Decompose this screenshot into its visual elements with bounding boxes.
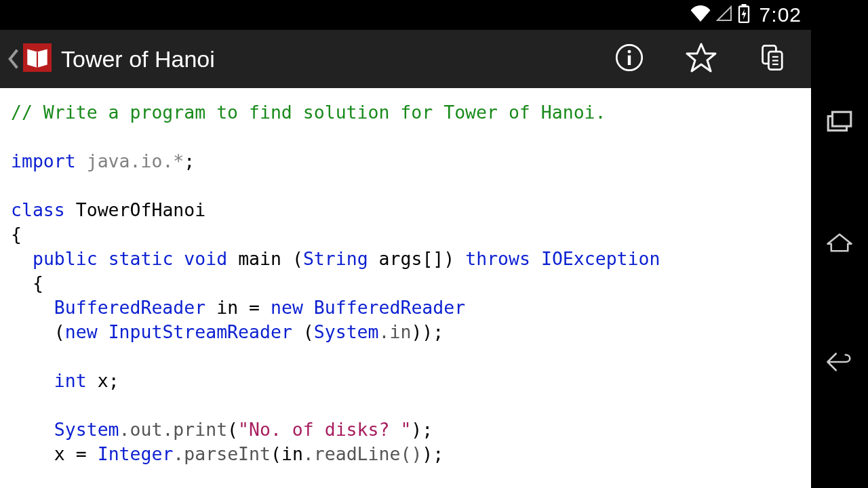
svg-rect-12 [833,112,851,126]
home-button[interactable] [825,228,854,260]
code-viewer[interactable]: // Write a program to find solution for … [0,88,811,488]
copy-button[interactable] [753,37,793,81]
app-bar: Tower of Hanoi [0,30,811,88]
wifi-icon [690,5,711,24]
status-bar: 7:02 [0,0,811,30]
status-time: 7:02 [760,3,802,26]
svg-point-4 [628,50,631,54]
code-block: // Write a program to find solution for … [11,100,800,466]
info-button[interactable] [609,37,650,81]
app-logo-icon [23,43,52,75]
battery-charging-icon [738,4,750,26]
screen: 7:02 Tower of Hanoi // Write a program t… [0,0,811,488]
page-title: Tower of Hanoi [61,46,609,73]
android-nav-bar [811,0,868,488]
signal-icon [716,5,732,24]
svg-rect-5 [628,56,631,65]
recent-apps-button[interactable] [825,109,854,140]
action-bar [609,36,806,82]
svg-rect-1 [741,4,746,7]
back-button[interactable] [4,39,56,79]
android-back-button[interactable] [825,348,854,379]
favorite-button[interactable] [679,36,723,82]
